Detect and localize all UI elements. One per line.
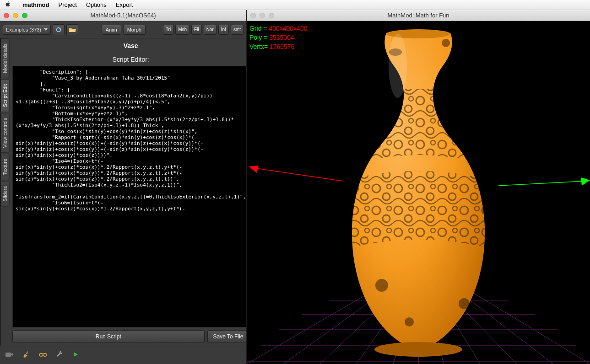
- tool-play-icon[interactable]: [72, 351, 79, 359]
- svg-line-22: [256, 168, 343, 181]
- tool-brush-icon[interactable]: [22, 350, 30, 360]
- tool-link-icon[interactable]: [38, 351, 48, 359]
- refresh-icon[interactable]: [53, 24, 65, 35]
- examples-combo[interactable]: Examples (373): [3, 25, 51, 35]
- fil-button[interactable]: Fil: [191, 25, 202, 35]
- menubar-options[interactable]: Options: [86, 1, 107, 8]
- script-editor[interactable]: "Description": [ "Vase_3 by Abderrahman …: [12, 66, 246, 327]
- tool-wrench-icon[interactable]: [56, 350, 64, 360]
- side-tab[interactable]: Texture: [0, 154, 10, 180]
- axis-x-icon: [247, 163, 347, 186]
- svg-point-34: [442, 39, 450, 47]
- menubar-export[interactable]: Export: [116, 1, 133, 8]
- axis-y-icon: [498, 177, 590, 195]
- nor-button[interactable]: Nor: [204, 25, 217, 35]
- svg-marker-25: [581, 177, 590, 186]
- apple-icon[interactable]: [5, 1, 13, 9]
- morph-button[interactable]: Morph: [123, 25, 146, 35]
- close-icon[interactable]: [4, 13, 9, 18]
- inf-button[interactable]: Inf: [218, 25, 229, 35]
- svg-point-31: [375, 279, 388, 292]
- svg-point-3: [39, 353, 43, 356]
- anim-button[interactable]: Anim: [102, 25, 121, 35]
- run-script-button[interactable]: Run Script: [12, 330, 205, 343]
- viewport-window-title: MathMod: Math for Fun: [387, 12, 449, 19]
- tri-button[interactable]: Tri: [163, 25, 173, 35]
- svg-line-24: [498, 181, 585, 186]
- zoom-icon[interactable]: [269, 13, 274, 18]
- 3d-viewport[interactable]: Grid = 400x400x400 Poly = 3535004 Vertx=…: [247, 21, 590, 364]
- zoom-icon[interactable]: [22, 13, 27, 18]
- grid-label: Grid =: [249, 25, 269, 32]
- editor-window: MathMod-5.1(MacOS64) Examples (373) Anim…: [0, 10, 247, 364]
- svg-point-30: [374, 342, 462, 357]
- save-to-file-button[interactable]: Save To File: [207, 330, 246, 343]
- viewport-window: MathMod: Math for Fun Grid = 400x400x400…: [247, 10, 590, 364]
- svg-rect-2: [26, 351, 28, 354]
- smt-button[interactable]: smt: [231, 25, 244, 35]
- vase-model: [327, 29, 510, 359]
- examples-combo-label: Examples (373): [6, 27, 41, 32]
- side-tab[interactable]: View controls: [0, 113, 10, 153]
- side-tabs: Model detailsScript EditView controlsTex…: [0, 38, 10, 346]
- side-tab[interactable]: Sliders: [0, 181, 10, 207]
- status-bar: [0, 346, 246, 364]
- close-icon[interactable]: [250, 13, 256, 18]
- svg-rect-1: [5, 353, 11, 357]
- svg-point-36: [389, 34, 407, 98]
- menubar-app[interactable]: mathmod: [22, 1, 49, 8]
- poly-label: Poly =: [249, 34, 269, 41]
- side-tab[interactable]: Model details: [0, 38, 10, 78]
- folder-icon[interactable]: [66, 24, 78, 35]
- vertx-value: 1769576: [270, 43, 295, 50]
- grid-value: 400x400x400: [269, 25, 307, 32]
- side-tab[interactable]: Script Edit: [0, 79, 10, 112]
- menubar-project[interactable]: Project: [59, 1, 77, 8]
- model-name: Vase: [12, 40, 246, 53]
- tool-camera-icon[interactable]: [5, 351, 14, 360]
- viewport-titlebar: MathMod: Math for Fun: [247, 10, 590, 21]
- chevron-down-icon: [44, 28, 48, 31]
- svg-point-4: [43, 353, 47, 356]
- poly-value: 3535004: [269, 34, 294, 41]
- vertx-label: Vertx=: [249, 43, 270, 50]
- mac-menubar: mathmod Project Options Export: [0, 0, 590, 10]
- top-toolbar: Examples (373) Anim Morph Tri Msh Fil No…: [0, 21, 246, 38]
- script-editor-title: Script Editor:: [12, 53, 246, 66]
- svg-point-32: [459, 298, 470, 309]
- svg-marker-23: [249, 166, 259, 173]
- render-stats: Grid = 400x400x400 Poly = 3535004 Vertx=…: [249, 24, 307, 51]
- minimize-icon[interactable]: [260, 13, 265, 18]
- editor-titlebar: MathMod-5.1(MacOS64): [0, 10, 246, 21]
- minimize-icon[interactable]: [13, 13, 18, 18]
- editor-window-title: MathMod-5.1(MacOS64): [90, 12, 156, 19]
- msh-button[interactable]: Msh: [175, 25, 189, 35]
- svg-point-33: [405, 317, 414, 327]
